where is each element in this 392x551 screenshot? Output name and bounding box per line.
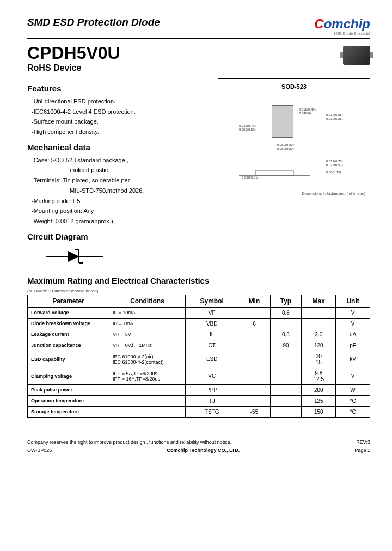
col-parameter: Parameter	[28, 295, 109, 307]
title-block: CPDH5V0U RoHS Device	[27, 43, 120, 78]
document-title: SMD ESD Protection Diode	[27, 16, 160, 28]
table-cell: Leakage current	[28, 329, 109, 340]
col-typ: Typ	[270, 295, 302, 307]
feature-item: -IEC61000-4-2 Level 4 ESD protection.	[27, 107, 210, 117]
table-cell	[302, 318, 336, 329]
mech-item: -Terminals: Tin plated, solderable perMI…	[27, 175, 210, 195]
table-cell: 150	[302, 406, 336, 417]
package-outline-box: SOD-523 0.016(0.40) 0.040(0) 0.014(0.35)…	[218, 78, 370, 198]
table-row: Junction capacitanceVR = 0V,f = 1MHzCT90…	[28, 340, 370, 351]
features-list: -Uni-directional ESD protection. -IEC610…	[27, 96, 210, 137]
table-row: Diode breakdown voltageIR = 1mAVBD6V	[28, 318, 370, 329]
table-cell: °C	[336, 406, 370, 417]
table-cell: 125	[302, 395, 336, 406]
table-row: Storage temperatureTSTG-55150°C	[28, 406, 370, 417]
table-cell	[270, 368, 302, 384]
footer: Company reserves the right to improve pr…	[27, 439, 370, 453]
table-cell	[238, 368, 270, 384]
footer-page: Page 1	[354, 448, 370, 453]
table-cell	[238, 307, 270, 318]
table-cell	[238, 340, 270, 351]
table-cell: 0.3	[270, 329, 302, 340]
table-cell	[238, 351, 270, 368]
dim-label: 0.010(0.25)	[326, 117, 343, 120]
dim-label: 0.016(0.40)	[299, 108, 316, 111]
header: SMD ESD Protection Diode Comchip SMD Dio…	[27, 16, 370, 39]
table-cell	[109, 395, 186, 406]
table-cell: pF	[336, 340, 370, 351]
table-cell: IPP = 5A,TP=8/20us IPP = 16A,TP=8/20us	[109, 368, 186, 384]
col-symbol: Symbol	[186, 295, 238, 307]
table-cell: 20 15	[302, 351, 336, 368]
table-cell: V	[336, 307, 370, 318]
logo-subtitle: SMD Diode Specialist	[314, 32, 370, 35]
table-cell: -55	[238, 406, 270, 417]
footer-note-row: Company reserves the right to improve pr…	[27, 439, 370, 446]
col-conditions: Conditions	[109, 295, 186, 307]
table-cell: 2.0	[302, 329, 336, 340]
mech-item: -Marking code: E5	[27, 196, 210, 206]
table-cell: Peak pulse power	[28, 384, 109, 395]
table-cell: IL	[186, 329, 238, 340]
package-side-icon	[228, 165, 370, 187]
table-cell	[238, 384, 270, 395]
part-number: CPDH5V0U	[27, 43, 120, 63]
circuit-diagram	[44, 246, 370, 270]
table-cell: Junction capacitance	[28, 340, 109, 351]
table-cell: VC	[186, 368, 238, 384]
feature-item: -Uni-directional ESD protection.	[27, 96, 210, 107]
ratings-table: Parameter Conditions Symbol Min Typ Max …	[27, 295, 370, 418]
footer-company: Comchip Technology CO., LTD.	[52, 448, 354, 453]
package-title: SOD-523	[223, 83, 365, 90]
dim-label: 0.031(0.77)	[326, 160, 343, 163]
dim-label: 0.053(0.50)	[239, 128, 256, 131]
logo-text: Comchip	[314, 16, 370, 32]
table-cell: IF = 10mA	[109, 307, 186, 318]
table-cell: ESD	[186, 351, 238, 368]
footer-code: OW-BP026	[27, 448, 52, 453]
right-column: SOD-523 0.016(0.40) 0.040(0) 0.014(0.35)…	[218, 78, 370, 226]
table-cell: PPP	[186, 384, 238, 395]
col-max: Max	[302, 295, 336, 307]
mech-item: -Mounting position: Any	[27, 206, 210, 216]
table-cell: IEC 61000-4-2(air) IEC 61000-4-2(contact…	[109, 351, 186, 368]
package-footer-note: Dimensions in inches and (millimeter)	[302, 192, 365, 195]
circuit-heading: Circuit Diagram	[27, 232, 370, 241]
svg-rect-1	[255, 170, 293, 176]
table-cell: kV	[336, 351, 370, 368]
table-cell: Diode breakdown voltage	[28, 318, 109, 329]
features-heading: Features	[27, 84, 210, 93]
table-cell: VR = 5V	[109, 329, 186, 340]
svg-marker-3	[68, 251, 79, 262]
mech-item: -Case: SOD-523 standard package ,molded …	[27, 155, 210, 175]
table-cell: IR = 1mA	[109, 318, 186, 329]
table-cell: 90	[270, 340, 302, 351]
title-row: CPDH5V0U RoHS Device	[27, 43, 370, 78]
table-cell: Clamping voltage	[28, 368, 109, 384]
table-row: Peak pulse powerPPP200W	[28, 384, 370, 395]
dim-label: 0.014(0.35)	[326, 113, 343, 117]
table-cell: TJ	[186, 395, 238, 406]
dim-label: 0.025(0.70)	[239, 124, 256, 127]
table-cell: 9.8 12.5	[302, 368, 336, 384]
footer-bottom-row: OW-BP026 Comchip Technology CO., LTD. Pa…	[27, 446, 370, 453]
table-cell: uA	[336, 329, 370, 340]
feature-item: -High component density.	[27, 127, 210, 137]
table-row: Operation temperatureTJ125°C	[28, 395, 370, 406]
table-cell: Operation temperature	[28, 395, 109, 406]
table-row: Clamping voltageIPP = 5A,TP=8/20us IPP =…	[28, 368, 370, 384]
dim-label: 0.040(0)	[299, 112, 311, 115]
table-cell: 120	[302, 340, 336, 351]
table-cell	[302, 307, 336, 318]
table-cell: 200	[302, 384, 336, 395]
table-cell: 6	[238, 318, 270, 329]
footer-rev: REV:3	[356, 439, 370, 445]
table-cell: Forward voltage	[28, 307, 109, 318]
table-cell	[270, 318, 302, 329]
table-row: Forward voltageIF = 10mAVF0.8V	[28, 307, 370, 318]
col-unit: Unit	[336, 295, 370, 307]
table-cell: V	[336, 318, 370, 329]
dim-label: 0.050(0.30)	[277, 143, 294, 146]
table-cell: 0.8	[270, 307, 302, 318]
table-row: Leakage currentVR = 5VIL0.32.0uA	[28, 329, 370, 340]
